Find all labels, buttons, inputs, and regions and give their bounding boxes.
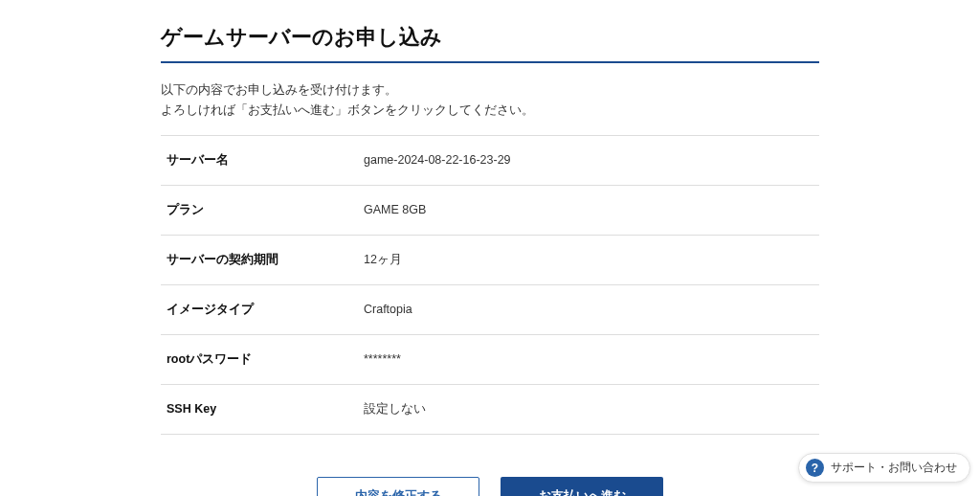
label-ssh-key: SSH Key (167, 402, 364, 416)
proceed-button[interactable]: お支払いへ進む (501, 477, 663, 497)
label-image-type: イメージタイプ (167, 302, 364, 318)
value-ssh-key: 設定しない (364, 401, 813, 417)
row-root-password: rootパスワード ******** (161, 335, 819, 385)
value-root-password: ******** (364, 352, 813, 366)
label-plan: プラン (167, 202, 364, 218)
page-title: ゲームサーバーのお申し込み (161, 23, 819, 63)
row-image-type: イメージタイプ Craftopia (161, 285, 819, 335)
support-label: サポート・お問い合わせ (831, 460, 957, 476)
row-ssh-key: SSH Key 設定しない (161, 385, 819, 435)
intro-text: 以下の内容でお申し込みを受け付けます。 よろしければ「お支払いへ進む」ボタンをク… (161, 80, 819, 122)
row-contract-period: サーバーの契約期間 12ヶ月 (161, 236, 819, 285)
intro-line-2: よろしければ「お支払いへ進む」ボタンをクリックしてください。 (161, 101, 819, 121)
row-plan: プラン GAME 8GB (161, 186, 819, 236)
row-server-name: サーバー名 game-2024-08-22-16-23-29 (161, 136, 819, 186)
value-contract-period: 12ヶ月 (364, 252, 813, 268)
actions-bar: 内容を修正する お支払いへ進む (161, 477, 819, 497)
help-icon: ? (806, 459, 824, 477)
confirmation-table: サーバー名 game-2024-08-22-16-23-29 プラン GAME … (161, 135, 819, 435)
label-contract-period: サーバーの契約期間 (167, 252, 364, 268)
intro-line-1: 以下の内容でお申し込みを受け付けます。 (161, 80, 819, 101)
value-plan: GAME 8GB (364, 203, 813, 216)
support-widget[interactable]: ? サポート・お問い合わせ (798, 453, 970, 483)
label-root-password: rootパスワード (167, 351, 364, 368)
value-image-type: Craftopia (364, 303, 813, 316)
value-server-name: game-2024-08-22-16-23-29 (364, 153, 813, 167)
edit-button[interactable]: 内容を修正する (317, 477, 479, 497)
label-server-name: サーバー名 (167, 152, 364, 169)
